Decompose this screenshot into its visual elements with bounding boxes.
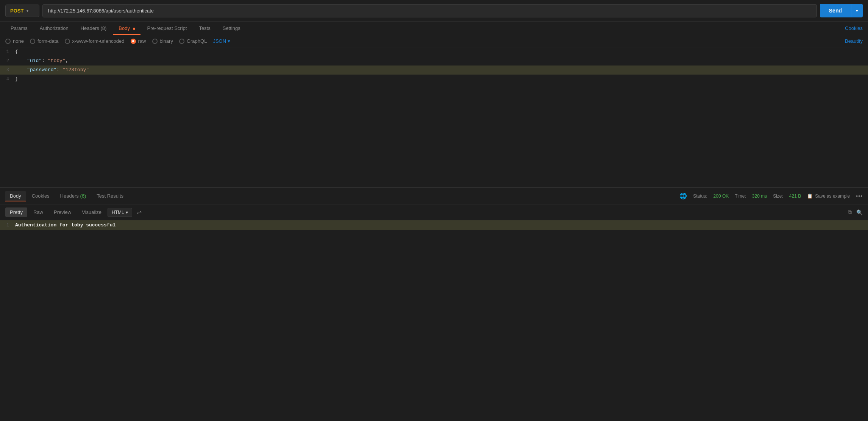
radio-form-data[interactable]: form-data: [30, 38, 59, 44]
tab-tests[interactable]: Tests: [194, 22, 215, 35]
radio-none-circle: [5, 39, 11, 44]
json-format-selector[interactable]: JSON ▾: [213, 38, 230, 44]
radio-binary-circle: [152, 39, 158, 44]
fmt-tab-visualize[interactable]: Visualize: [77, 207, 106, 217]
send-button[interactable]: Send: [820, 4, 851, 17]
res-line-num-1: 1: [0, 220, 15, 230]
res-tab-cookies[interactable]: Cookies: [27, 191, 54, 201]
send-dropdown-button[interactable]: ▾: [851, 4, 863, 17]
save-icon: 📋: [807, 193, 813, 199]
request-tabs: Params Authorization Headers (8) Body Pr…: [0, 22, 868, 35]
response-tabs: Body Cookies Headers (6) Test Results: [5, 191, 128, 201]
res-tab-test-results[interactable]: Test Results: [92, 191, 128, 201]
beautify-button[interactable]: Beautify: [845, 38, 863, 44]
response-format-bar: Pretty Raw Preview Visualize HTML ▾ ⇌ ⧉ …: [0, 204, 868, 220]
radio-binary[interactable]: binary: [152, 38, 173, 44]
res-line-1: 1 Authentication for toby successful: [0, 220, 868, 230]
status-value: 200 OK: [713, 193, 729, 199]
line-num-3: 3: [0, 65, 15, 75]
tab-settings[interactable]: Settings: [217, 22, 246, 35]
url-bar: POST ▾ Send ▾: [0, 0, 868, 22]
code-editor[interactable]: 1 { 2 "uid": "toby", 3 "password": "123t…: [0, 47, 868, 187]
code-line-1: 1 {: [0, 47, 868, 56]
radio-raw-circle: [131, 39, 136, 44]
code-line-3: 3 "password": "123toby": [0, 65, 868, 75]
tab-params[interactable]: Params: [5, 22, 33, 35]
url-input[interactable]: [42, 4, 817, 17]
radio-raw[interactable]: raw: [131, 38, 146, 44]
radio-form-data-circle: [30, 39, 35, 44]
json-chevron-icon: ▾: [228, 38, 230, 44]
body-active-dot: [133, 28, 135, 30]
save-example-button[interactable]: 📋 Save as example: [807, 193, 850, 199]
search-icon[interactable]: 🔍: [856, 209, 863, 215]
line-content-1: {: [15, 47, 868, 56]
response-section: Body Cookies Headers (6) Test Results 🌐 …: [0, 187, 868, 421]
size-value: 421 B: [789, 193, 801, 199]
globe-icon: 🌐: [679, 192, 687, 200]
line-num-4: 4: [0, 75, 15, 84]
radio-urlencoded[interactable]: x-www-form-urlencoded: [65, 38, 125, 44]
line-content-3: "password": "123toby": [15, 65, 868, 75]
line-num-1: 1: [0, 47, 15, 56]
code-line-2: 2 "uid": "toby",: [0, 56, 868, 65]
tab-pre-request[interactable]: Pre-request Script: [142, 22, 192, 35]
tab-headers[interactable]: Headers (8): [75, 22, 112, 35]
method-selector[interactable]: POST ▾: [5, 5, 39, 17]
cookies-button[interactable]: Cookies: [845, 25, 863, 31]
tab-authorization[interactable]: Authorization: [34, 22, 74, 35]
status-info: 🌐 Status: 200 OK Time: 320 ms Size: 421 …: [679, 192, 863, 200]
line-num-2: 2: [0, 56, 15, 65]
fmt-tab-preview[interactable]: Preview: [49, 207, 76, 217]
line-content-4: }: [15, 75, 868, 84]
fmt-tab-raw[interactable]: Raw: [29, 207, 48, 217]
res-tab-headers[interactable]: Headers (6): [56, 191, 91, 201]
radio-none[interactable]: none: [5, 38, 24, 44]
res-tab-body[interactable]: Body: [5, 191, 26, 201]
response-body: 1 Authentication for toby successful: [0, 220, 868, 421]
res-line-content-1: Authentication for toby successful: [15, 220, 116, 230]
copy-icon[interactable]: ⧉: [848, 209, 852, 215]
fmt-tab-pretty[interactable]: Pretty: [5, 207, 27, 217]
body-type-bar: none form-data x-www-form-urlencoded raw…: [0, 35, 868, 47]
method-label: POST: [10, 8, 23, 14]
main-container: POST ▾ Send ▾ Params Authorization Heade…: [0, 0, 868, 421]
radio-graphql-circle: [179, 39, 184, 44]
code-line-4: 4 }: [0, 75, 868, 84]
radio-graphql[interactable]: GraphQL: [179, 38, 207, 44]
time-value: 320 ms: [752, 193, 767, 199]
format-selector[interactable]: HTML ▾: [108, 208, 132, 217]
line-content-2: "uid": "toby",: [15, 56, 868, 65]
code-editor-section: 1 { 2 "uid": "toby", 3 "password": "123t…: [0, 47, 868, 187]
tab-body[interactable]: Body: [113, 22, 140, 35]
response-status-bar: Body Cookies Headers (6) Test Results 🌐 …: [0, 188, 868, 204]
format-chevron-icon: ▾: [126, 210, 128, 215]
more-options-icon[interactable]: •••: [856, 193, 863, 199]
wrap-icon[interactable]: ⇌: [137, 209, 142, 216]
send-btn-group: Send ▾: [820, 4, 863, 17]
radio-urlencoded-circle: [65, 39, 70, 44]
method-chevron-icon: ▾: [27, 9, 28, 13]
